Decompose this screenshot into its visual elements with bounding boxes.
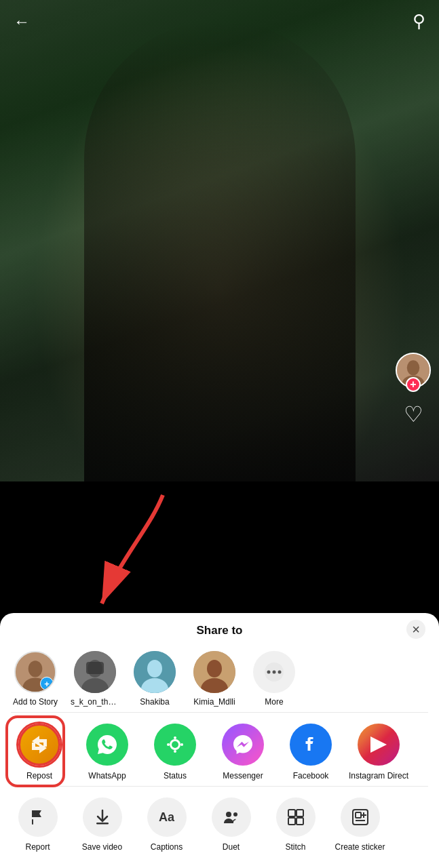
friend-item-add-story[interactable]: + Add to Story: [8, 651, 62, 707]
back-button[interactable]: ←: [14, 12, 30, 31]
app-name-status: Status: [164, 771, 187, 781]
red-arrow-annotation: [68, 488, 190, 627]
share-bottom-sheet: Share to × + Add to Story: [0, 613, 439, 868]
friend-name-kimia: Kimia_Mdlli: [193, 697, 235, 707]
apps-row: Repost WhatsApp: [0, 713, 439, 786]
close-button[interactable]: ×: [406, 620, 425, 639]
app-item-whatsapp[interactable]: WhatsApp: [73, 721, 141, 783]
friend-avatar-kimia: [193, 651, 235, 693]
add-story-avatar: +: [14, 651, 56, 693]
action-name-duet: Duet: [223, 842, 240, 852]
person-silhouette: [84, 20, 356, 481]
friend-name-more: More: [265, 697, 283, 707]
messenger-icon: [222, 724, 264, 766]
action-item-duet[interactable]: Duet: [199, 797, 263, 852]
actions-row: Report Save video Aa Captions: [0, 787, 439, 854]
friend-name-add-story: Add to Story: [13, 697, 58, 707]
action-item-create-sticker[interactable]: Create sticker: [328, 797, 392, 852]
svg-rect-27: [32, 819, 33, 825]
captions-icon: Aa: [147, 797, 187, 837]
friend-item-user2[interactable]: s_k_on_the_move: [68, 651, 122, 707]
svg-point-20: [278, 671, 282, 674]
action-name-report: Report: [25, 842, 50, 852]
svg-point-29: [226, 812, 231, 817]
top-navigation: ← ⚲: [0, 0, 439, 43]
app-name-messenger: Messenger: [223, 771, 263, 781]
svg-point-18: [267, 671, 271, 674]
svg-point-5: [28, 660, 43, 677]
repost-icon: [18, 724, 60, 766]
app-item-messenger[interactable]: Messenger: [209, 721, 277, 783]
instagram-direct-icon: [358, 724, 400, 766]
action-name-save-video: Save video: [82, 842, 122, 852]
friend-item-more[interactable]: More: [247, 651, 301, 707]
report-icon: [18, 797, 58, 837]
save-video-icon: [83, 797, 122, 837]
friend-name-user2: s_k_on_the_move: [71, 697, 119, 707]
like-button[interactable]: ♡: [404, 401, 423, 427]
svg-point-30: [233, 812, 237, 816]
svg-point-15: [207, 660, 222, 677]
add-story-plus: +: [40, 677, 54, 690]
facebook-icon: [290, 724, 332, 766]
whatsapp-icon: [86, 724, 128, 766]
app-name-repost: Repost: [26, 771, 52, 781]
sheet-title: Share to: [196, 624, 242, 637]
stitch-icon: [276, 797, 316, 837]
action-name-stitch: Stitch: [285, 842, 305, 852]
svg-rect-31: [288, 810, 295, 816]
app-item-instagram-direct[interactable]: Instagram Direct: [345, 721, 413, 783]
svg-point-24: [180, 743, 183, 746]
friend-avatar-user2: [74, 651, 116, 693]
action-item-stitch[interactable]: Stitch: [263, 797, 328, 852]
video-background: ← ⚲ + ♡: [0, 0, 439, 481]
svg-point-26: [174, 750, 176, 753]
svg-point-23: [167, 743, 170, 746]
svg-point-19: [273, 671, 276, 674]
friend-avatar-shakiba: [134, 651, 176, 693]
right-sidebar: + ♡: [396, 353, 431, 427]
more-avatar: [253, 651, 295, 693]
status-icon: [154, 724, 196, 766]
action-item-captions[interactable]: Aa Captions: [134, 797, 199, 852]
follow-plus-badge[interactable]: +: [406, 377, 421, 392]
app-name-instagram-direct: Instagram Direct: [349, 771, 408, 781]
svg-point-1: [407, 360, 419, 375]
friend-item-shakiba[interactable]: Shakiba: [128, 651, 182, 707]
app-item-facebook[interactable]: Facebook: [277, 721, 345, 783]
app-item-status[interactable]: Status: [141, 721, 209, 783]
sheet-header: Share to ×: [0, 613, 439, 646]
creator-avatar-container[interactable]: +: [396, 353, 431, 388]
action-item-save-video[interactable]: Save video: [70, 797, 134, 852]
friends-row: + Add to Story s_k_on_the_move: [0, 646, 439, 712]
friend-name-shakiba: Shakiba: [140, 697, 169, 707]
action-item-report[interactable]: Report: [5, 797, 70, 852]
app-name-facebook: Facebook: [293, 771, 329, 781]
svg-rect-33: [288, 818, 295, 825]
svg-rect-32: [297, 810, 303, 816]
svg-rect-28: [96, 823, 109, 825]
friend-item-kimia[interactable]: Kimia_Mdlli: [187, 651, 242, 707]
create-sticker-icon: [341, 797, 380, 837]
svg-point-25: [174, 736, 176, 739]
app-item-repost[interactable]: Repost: [5, 721, 73, 783]
duet-icon: [212, 797, 251, 837]
svg-point-12: [147, 660, 162, 677]
svg-rect-10: [86, 662, 104, 674]
apps-row-wrapper: Repost WhatsApp: [0, 713, 439, 786]
svg-rect-34: [297, 818, 303, 825]
search-button[interactable]: ⚲: [413, 11, 425, 32]
action-name-captions: Captions: [151, 842, 183, 852]
action-name-create-sticker: Create sticker: [335, 842, 385, 852]
svg-point-22: [172, 741, 178, 748]
app-name-whatsapp: WhatsApp: [88, 771, 126, 781]
svg-rect-36: [356, 812, 361, 818]
